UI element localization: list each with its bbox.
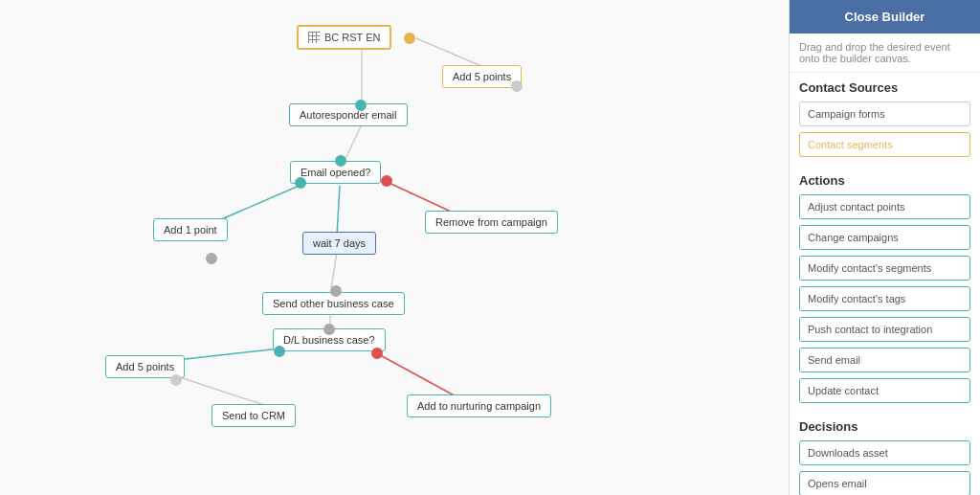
- sidebar-item-campaign-forms[interactable]: Campaign forms: [799, 101, 970, 126]
- dot-add5-right: [511, 80, 523, 92]
- node-label: BC RST EN: [324, 32, 380, 43]
- sidebar: Close Builder Drag and drop the desired …: [789, 0, 980, 495]
- node-label: Add 5 points: [453, 71, 511, 82]
- node-label: Add 5 points: [116, 361, 174, 372]
- dot-send-down: [323, 324, 335, 335]
- node-label: Add to nurturing campaign: [417, 400, 541, 412]
- sidebar-item-opens-email[interactable]: Opens email: [799, 471, 970, 495]
- node-label: Email opened?: [301, 167, 370, 178]
- dot-bc-down: [355, 100, 367, 111]
- dot-bc-to-add5: [404, 33, 415, 44]
- dot-dl-right: [371, 348, 383, 359]
- dot-wait-down: [330, 285, 342, 297]
- dot-add5-bottom: [170, 374, 182, 386]
- node-add-5-points-top[interactable]: Add 5 points: [442, 65, 522, 88]
- contact-sources-title: Contact Sources: [790, 73, 980, 99]
- grid-icon: [308, 32, 320, 43]
- sidebar-item-adjust-contact-points[interactable]: Adjust contact points: [799, 194, 970, 219]
- sidebar-item-modify-segments[interactable]: Modify contact's segments: [799, 256, 970, 281]
- node-bc-rst-en[interactable]: BC RST EN: [297, 25, 391, 50]
- node-label: wait 7 days: [313, 237, 366, 249]
- node-label: D/L business case?: [283, 334, 375, 346]
- sidebar-item-update-contact[interactable]: Update contact: [799, 378, 970, 403]
- sidebar-item-send-email[interactable]: Send email: [799, 348, 970, 372]
- svg-line-9: [373, 351, 459, 398]
- node-add-to-nurturing[interactable]: Add to nurturing campaign: [407, 394, 551, 417]
- sidebar-item-downloads-asset[interactable]: Downloads asset: [799, 440, 970, 465]
- node-autoresponder-email[interactable]: Autoresponder email: [289, 103, 408, 126]
- node-label: Remove from campaign: [435, 216, 547, 228]
- drag-drop-hint: Drag and drop the desired event onto the…: [790, 34, 980, 73]
- sidebar-item-modify-tags[interactable]: Modify contact's tags: [799, 286, 970, 311]
- node-remove-from-campaign[interactable]: Remove from campaign: [425, 211, 558, 234]
- close-builder-button[interactable]: Close Builder: [790, 0, 980, 34]
- node-add-1-point[interactable]: Add 1 point: [153, 218, 228, 241]
- dot-add1-bottom: [206, 253, 217, 264]
- sidebar-item-push-integration[interactable]: Push contact to integration: [799, 317, 970, 342]
- canvas-area[interactable]: BC RST EN Add 5 points Autoresponder ema…: [0, 0, 789, 495]
- node-send-to-crm[interactable]: Send to CRM: [212, 404, 296, 427]
- node-label: Autoresponder email: [300, 109, 397, 121]
- decisions-title: Decisions: [790, 412, 980, 438]
- svg-line-4: [337, 186, 340, 236]
- actions-title: Actions: [790, 166, 980, 191]
- node-label: Add 1 point: [164, 224, 217, 236]
- node-label: Send other business case: [273, 298, 394, 309]
- node-label: Send to CRM: [222, 410, 285, 421]
- sidebar-item-contact-segments[interactable]: Contact segments: [799, 132, 970, 157]
- node-wait-7-days[interactable]: wait 7 days: [302, 232, 376, 255]
- sidebar-item-change-campaigns[interactable]: Change campaigns: [799, 225, 970, 250]
- dot-email-left: [295, 177, 306, 189]
- dot-email-right: [381, 175, 392, 187]
- dot-email-down: [335, 155, 346, 167]
- dot-dl-left: [274, 346, 285, 357]
